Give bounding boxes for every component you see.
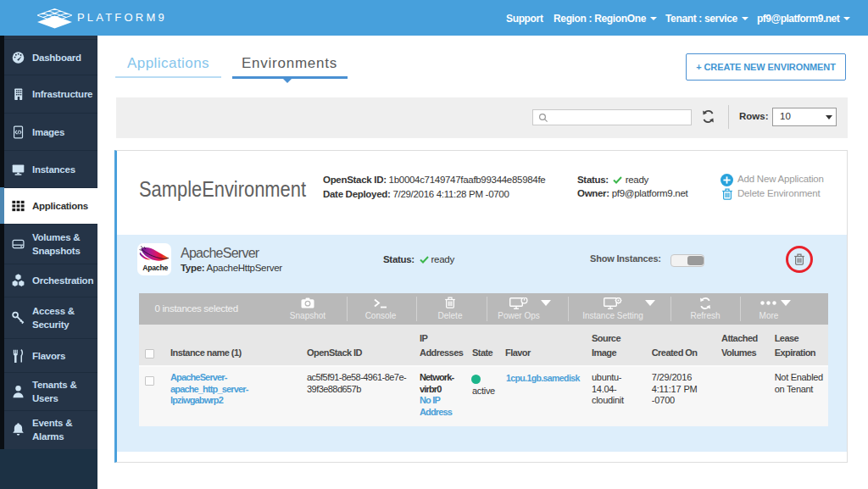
svg-text:Apache: Apache: [142, 264, 168, 272]
